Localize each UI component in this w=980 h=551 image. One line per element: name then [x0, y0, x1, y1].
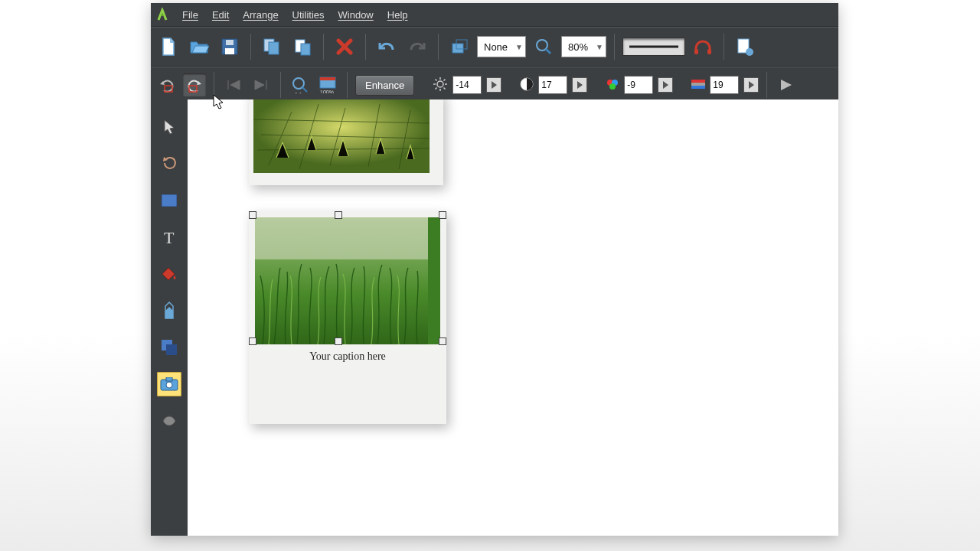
brightness-step-button[interactable]	[486, 77, 501, 93]
svg-rect-11	[707, 49, 711, 54]
open-button[interactable]	[186, 34, 212, 60]
tool-extra-button[interactable]	[732, 34, 758, 60]
separator	[347, 72, 348, 98]
redo-button[interactable]	[404, 34, 430, 60]
smudge-tool[interactable]	[157, 409, 181, 433]
zoom-tool-button[interactable]	[531, 34, 557, 60]
fit-window-button[interactable]: 100%	[316, 73, 339, 96]
separator	[323, 34, 324, 60]
layers-button[interactable]	[446, 34, 472, 60]
resize-handle-ne[interactable]	[439, 211, 446, 219]
transparency-tool[interactable]	[157, 298, 181, 323]
shadow-tool[interactable]	[157, 335, 181, 360]
fill-tool[interactable]	[157, 262, 181, 286]
svg-point-25	[609, 83, 616, 90]
rotate-right-button[interactable]	[183, 73, 206, 96]
resize-handle-nw[interactable]	[249, 211, 256, 219]
preview-play-button[interactable]	[775, 73, 798, 96]
brightness-input[interactable]	[452, 76, 482, 94]
chevron-down-icon: ▼	[596, 43, 603, 51]
save-button[interactable]	[217, 34, 243, 60]
photo-caption[interactable]: Your caption here	[255, 350, 440, 363]
select-tool[interactable]	[157, 115, 181, 139]
menubar: File Edit Arrange Utilities Window Help	[151, 3, 838, 27]
contrast-input[interactable]	[538, 76, 567, 94]
resize-handle-sw[interactable]	[249, 337, 256, 345]
separator	[250, 34, 251, 60]
grass-photo	[255, 217, 440, 344]
svg-point-13	[746, 48, 753, 56]
paste-button[interactable]	[289, 34, 315, 60]
menu-window[interactable]: Window	[332, 6, 381, 24]
menu-help[interactable]: Help	[381, 6, 415, 24]
separator	[766, 72, 767, 98]
svg-point-21	[437, 81, 443, 87]
delete-button[interactable]	[332, 34, 358, 60]
svg-rect-34	[166, 377, 172, 381]
headphones-icon[interactable]	[690, 34, 716, 60]
cut-button[interactable]	[259, 34, 285, 60]
menu-edit[interactable]: Edit	[205, 6, 236, 24]
svg-text:1:1: 1:1	[295, 92, 302, 93]
hue-input[interactable]	[710, 76, 739, 94]
separator	[214, 72, 214, 98]
snap-dropdown-value: None	[484, 41, 508, 53]
rotate-left-button[interactable]	[155, 73, 178, 96]
photo-card-pine[interactable]	[249, 99, 443, 185]
canvas[interactable]: Your caption here	[188, 99, 838, 536]
zoom-dropdown-value: 80%	[568, 41, 588, 53]
svg-point-35	[166, 382, 172, 388]
saturation-icon	[606, 77, 619, 93]
resize-handle-se[interactable]	[439, 337, 446, 345]
photo-tool[interactable]	[157, 372, 181, 396]
new-document-button[interactable]	[155, 34, 181, 60]
main-toolbar: None ▼ 80% ▼	[151, 27, 838, 67]
rectangle-tool[interactable]	[157, 188, 181, 213]
app-logo-icon	[155, 8, 169, 21]
text-tool[interactable]: T	[157, 225, 181, 249]
separator	[280, 72, 281, 98]
undo-button[interactable]	[374, 34, 400, 60]
svg-point-9	[537, 40, 547, 51]
resize-handle-n[interactable]	[335, 211, 342, 219]
svg-rect-27	[691, 80, 705, 83]
svg-text:100%: 100%	[320, 90, 334, 93]
brightness-icon	[433, 77, 448, 94]
resize-handle-s[interactable]	[335, 337, 342, 345]
svg-rect-29	[162, 194, 177, 207]
saturation-step-button[interactable]	[658, 77, 673, 93]
pine-photo	[253, 99, 430, 173]
hue-step-button[interactable]	[743, 77, 759, 93]
separator	[614, 34, 615, 60]
photo-toolbar: 1:1 100% Enhance	[151, 67, 838, 103]
tool-strip: T	[151, 99, 188, 536]
next-photo-button[interactable]	[250, 73, 273, 96]
separator	[724, 34, 724, 60]
svg-rect-32	[166, 344, 177, 355]
rotate-tool[interactable]	[157, 152, 181, 176]
svg-rect-28	[691, 86, 705, 89]
quality-slider[interactable]	[622, 37, 685, 56]
contrast-icon	[520, 77, 534, 93]
separator	[365, 34, 366, 60]
svg-rect-1	[225, 48, 234, 54]
svg-text:T: T	[164, 230, 175, 245]
menu-arrange[interactable]: Arrange	[236, 6, 285, 24]
snap-dropdown[interactable]: None ▼	[477, 36, 526, 57]
svg-rect-6	[301, 44, 310, 55]
contrast-step-button[interactable]	[572, 77, 587, 93]
menu-file[interactable]: File	[175, 6, 205, 24]
svg-rect-19	[320, 77, 335, 80]
svg-rect-7	[452, 44, 463, 53]
zoom-dropdown[interactable]: 80% ▼	[561, 36, 606, 57]
menu-utilities[interactable]: Utilities	[286, 6, 332, 24]
separator	[438, 34, 439, 60]
hue-icon	[691, 80, 705, 91]
photo-card-grass[interactable]: Your caption here	[249, 211, 446, 424]
enhance-button[interactable]: Enhance	[355, 75, 414, 96]
svg-rect-4	[269, 42, 279, 54]
prev-photo-button[interactable]	[222, 73, 245, 96]
saturation-input[interactable]	[624, 76, 653, 94]
chevron-down-icon: ▼	[515, 43, 523, 51]
zoom-actual-button[interactable]: 1:1	[289, 73, 312, 96]
